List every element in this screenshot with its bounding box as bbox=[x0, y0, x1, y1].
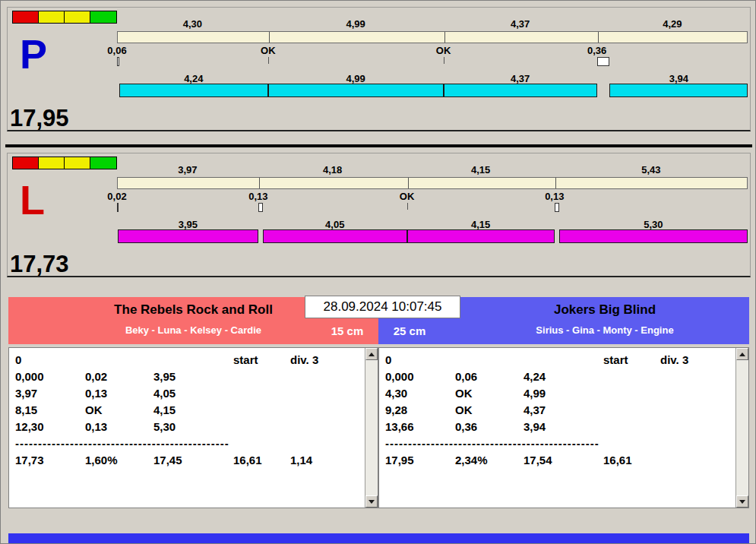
traffic-cell bbox=[90, 157, 116, 169]
table-cell bbox=[290, 419, 365, 435]
team-dogs: Beky - Luna - Kelsey - Cardie bbox=[8, 324, 378, 336]
run-bar bbox=[117, 84, 748, 97]
scroll-up-button[interactable] bbox=[736, 348, 748, 360]
up-arrow-icon bbox=[739, 353, 745, 356]
run-time-label: 5,30 bbox=[644, 219, 663, 230]
team-dogs: Sirius - Gina - Monty - Engine bbox=[378, 324, 749, 336]
table-row: 3,970,134,05 bbox=[15, 385, 365, 402]
marker-label: OK bbox=[261, 45, 276, 56]
traffic-cell bbox=[13, 11, 39, 23]
table-content: 0startdiv. 30,0000,064,244,30OK4,999,28O… bbox=[379, 348, 735, 508]
marker-box bbox=[258, 203, 263, 212]
split-divider bbox=[269, 32, 270, 43]
table-cell bbox=[660, 419, 735, 435]
height-badge: 25 cm bbox=[386, 324, 433, 337]
table-cell: 4,24 bbox=[524, 368, 603, 385]
split-time-label: 3,97 bbox=[178, 164, 197, 176]
run-segment bbox=[268, 84, 444, 97]
run-segment bbox=[407, 229, 555, 243]
table-cell: 4,37 bbox=[524, 402, 603, 419]
marker-label: 0,13 bbox=[248, 191, 267, 202]
scroll-down-button[interactable] bbox=[365, 495, 378, 508]
marker-box bbox=[597, 57, 610, 66]
table-cell: 0,13 bbox=[85, 385, 153, 402]
table-cell bbox=[603, 385, 660, 402]
table-cell: start bbox=[603, 352, 660, 368]
lane-chart: 3,974,184,155,43 0,020,13OK0,13 3,954,05… bbox=[117, 153, 748, 254]
table-cell bbox=[660, 402, 735, 419]
table-cell bbox=[455, 352, 524, 368]
scroll-up-button[interactable] bbox=[365, 348, 378, 360]
table-total-row: 17,731,60%17,4516,611,14 bbox=[15, 452, 365, 469]
marker-tick bbox=[444, 57, 444, 64]
table-cell: 5,30 bbox=[153, 419, 233, 435]
separator-row: ----------------------------------------… bbox=[385, 435, 599, 452]
table-cell: 0 bbox=[15, 352, 85, 368]
up-arrow-icon bbox=[369, 353, 375, 356]
table-row: 0,0000,064,24 bbox=[385, 368, 735, 385]
table-cell: 3,97 bbox=[15, 385, 85, 402]
table-cell: OK bbox=[455, 402, 524, 419]
traffic-cell bbox=[65, 157, 90, 169]
traffic-cell bbox=[65, 11, 90, 23]
table-cell: 0,02 bbox=[85, 368, 153, 385]
split-divider bbox=[408, 178, 409, 188]
table-total-row: 17,952,34%17,5416,61 bbox=[385, 452, 735, 469]
table-cell: 3,94 bbox=[524, 419, 603, 435]
run-time-label: 3,94 bbox=[669, 73, 688, 84]
table-cell: 0,000 bbox=[15, 368, 85, 385]
table-row: 4,30OK4,99 bbox=[385, 385, 735, 402]
split-time-label: 4,18 bbox=[323, 164, 342, 176]
split-divider bbox=[555, 178, 556, 188]
table-cell bbox=[233, 402, 290, 419]
run-time-label: 3,95 bbox=[179, 219, 198, 230]
run-segment bbox=[119, 84, 268, 97]
table-cell: OK bbox=[455, 385, 524, 402]
split-divider bbox=[444, 32, 445, 43]
marker-label: 0,06 bbox=[107, 45, 126, 56]
run-segment bbox=[609, 84, 748, 97]
marker-label: OK bbox=[400, 191, 415, 202]
lane-letter: P bbox=[20, 33, 47, 74]
table-cell: 1,14 bbox=[290, 452, 365, 469]
split-divider bbox=[259, 178, 260, 188]
table-cell: 1,60% bbox=[85, 452, 153, 469]
table-cell: div. 3 bbox=[660, 352, 735, 368]
table-content: 0startdiv. 30,0000,023,953,970,134,058,1… bbox=[9, 348, 365, 508]
table-cell bbox=[603, 419, 660, 435]
table-cell: 9,28 bbox=[385, 402, 455, 419]
table-header-row: 0startdiv. 3 bbox=[15, 352, 365, 368]
lane-total: 17,73 bbox=[10, 251, 69, 278]
run-segment bbox=[444, 84, 597, 97]
scrollbar[interactable] bbox=[365, 348, 378, 508]
table-cell: 17,73 bbox=[15, 452, 85, 469]
scroll-down-button[interactable] bbox=[736, 495, 748, 508]
table-cell: 3,95 bbox=[153, 368, 233, 385]
split-divider bbox=[598, 32, 599, 43]
table-cell: 0 bbox=[385, 352, 455, 368]
table-row: 0,0000,023,95 bbox=[15, 368, 365, 385]
table-row: 12,300,135,30 bbox=[15, 419, 365, 435]
run-time-label: 4,99 bbox=[346, 73, 365, 84]
lane-letter: L bbox=[20, 179, 45, 220]
run-times-row: 3,954,054,155,30 bbox=[117, 219, 748, 229]
down-arrow-icon bbox=[739, 500, 745, 504]
table-cell: 4,30 bbox=[385, 385, 455, 402]
marker-box bbox=[117, 203, 119, 212]
table-cell bbox=[524, 352, 603, 368]
lane-total: 17,95 bbox=[10, 105, 69, 132]
table-cell: 0,13 bbox=[85, 419, 153, 435]
table-cell: 4,05 bbox=[153, 385, 233, 402]
results-table-right: 0startdiv. 30,0000,064,244,30OK4,999,28O… bbox=[378, 347, 749, 508]
marker-label: 0,13 bbox=[545, 191, 564, 202]
scrollbar[interactable] bbox=[735, 348, 748, 508]
traffic-cell bbox=[39, 157, 65, 169]
split-time-label: 4,15 bbox=[471, 164, 490, 176]
split-time-label: 4,30 bbox=[183, 18, 202, 30]
table-cell bbox=[603, 368, 660, 385]
results-table-left: 0startdiv. 30,0000,023,953,970,134,058,1… bbox=[8, 347, 378, 508]
run-times-row: 4,244,994,373,94 bbox=[117, 73, 748, 84]
split-time-label: 5,43 bbox=[641, 164, 660, 176]
table-cell: 8,15 bbox=[15, 402, 85, 419]
table-cell: 16,61 bbox=[603, 452, 660, 469]
